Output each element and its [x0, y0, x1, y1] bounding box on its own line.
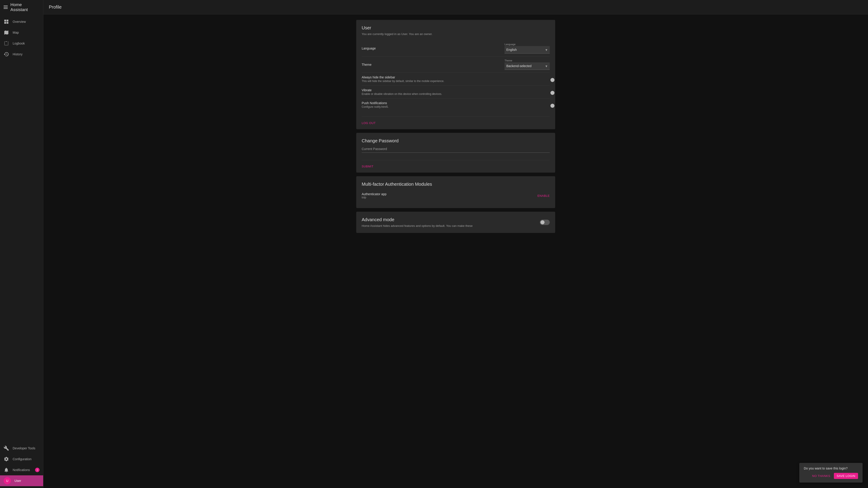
change-password-title: Change Password [362, 138, 550, 143]
topbar: Profile [43, 0, 868, 14]
notifications-icon [4, 467, 9, 473]
advanced-mode-desc: Home Assistant hides advanced features a… [362, 224, 473, 228]
theme-select[interactable]: Backend-selected [504, 62, 550, 70]
theme-select-label: Theme [504, 59, 550, 62]
sidebar-item-developer-tools-label: Developer Tools [13, 447, 35, 450]
mfa-authenticator-info: Authenticator app totp [362, 192, 537, 199]
main-content: Profile User You are currently logged in… [43, 0, 868, 488]
save-login-button[interactable]: SAVE LOGIN [834, 473, 858, 479]
push-notifications-label: Push Notifications Configure notify.html… [362, 101, 550, 108]
overview-icon [4, 19, 9, 24]
sidebar-header[interactable]: Home Assistant [0, 0, 43, 14]
theme-select-wrapper: Backend-selected ▼ [504, 62, 550, 70]
sidebar-item-notifications[interactable]: Notifications 1 [0, 464, 43, 475]
language-select[interactable]: English [504, 46, 550, 54]
change-password-actions: SUBMIT [356, 160, 555, 173]
app-title: Home Assistant [10, 2, 39, 12]
user-card: User You are currently logged in as User… [356, 20, 555, 129]
language-label: Language [362, 46, 504, 50]
language-select-label: Language [504, 43, 550, 46]
sidebar-item-user-label: User [14, 479, 21, 483]
toast-message: Do you want to save this login? [804, 466, 858, 470]
hide-sidebar-row: Always hide the sidebar This will hide t… [362, 73, 550, 86]
advanced-mode-title: Advanced mode [362, 217, 473, 222]
hide-sidebar-label: Always hide the sidebar This will hide t… [362, 75, 550, 83]
change-password-content: Change Password [356, 133, 555, 160]
user-card-content: User You are currently logged in as User… [356, 20, 555, 117]
theme-row: Theme Theme Backend-selected ▼ [362, 57, 550, 73]
sidebar-item-user[interactable]: U User [0, 475, 43, 486]
advanced-mode-slider [540, 220, 550, 225]
language-control: Language English ▼ [504, 43, 550, 54]
developer-tools-icon [4, 446, 9, 451]
user-card-title: User [362, 25, 550, 31]
sidebar-item-logbook[interactable]: Logbook [0, 38, 43, 49]
submit-button[interactable]: SUBMIT [362, 163, 373, 170]
sidebar-item-configuration-label: Configuration [13, 457, 31, 461]
sidebar-nav: Overview Map Logbook Hi [0, 14, 43, 441]
current-password-input[interactable] [362, 145, 550, 153]
sidebar: Home Assistant Overview Map [0, 0, 43, 488]
theme-label: Theme [362, 63, 504, 66]
change-password-card: Change Password SUBMIT [356, 133, 555, 173]
advanced-mode-info: Advanced mode Home Assistant hides advan… [362, 217, 473, 228]
advanced-mode-row: Advanced mode Home Assistant hides advan… [362, 217, 550, 228]
logbook-icon [4, 41, 9, 46]
advanced-mode-content: Advanced mode Home Assistant hides advan… [356, 212, 555, 233]
user-card-actions: LOG OUT [356, 117, 555, 129]
sidebar-item-notifications-label: Notifications [13, 468, 30, 472]
configuration-icon [4, 456, 9, 462]
sidebar-item-history[interactable]: History [0, 49, 43, 60]
map-icon [4, 30, 9, 35]
notifications-badge: 1 [35, 468, 39, 472]
language-row: Language Language English ▼ [362, 40, 550, 57]
toast-actions: NO THANKS SAVE LOGIN [804, 473, 858, 479]
sidebar-item-logbook-label: Logbook [13, 41, 25, 45]
mfa-card: Multi-factor Authentication Modules Auth… [356, 176, 555, 208]
advanced-mode-card: Advanced mode Home Assistant hides advan… [356, 212, 555, 233]
sidebar-item-overview[interactable]: Overview [0, 16, 43, 27]
sidebar-item-map-label: Map [13, 31, 19, 34]
history-icon [4, 52, 9, 57]
sidebar-bottom: Developer Tools Configuration Notificati… [0, 441, 43, 488]
mfa-authenticator-code: totp [362, 196, 537, 199]
save-login-toast: Do you want to save this login? NO THANK… [799, 463, 863, 483]
mfa-content: Multi-factor Authentication Modules Auth… [356, 176, 555, 208]
menu-icon[interactable] [4, 6, 8, 9]
theme-control: Theme Backend-selected ▼ [504, 59, 550, 70]
vibrate-label: Vibrate Enable or disable vibration on t… [362, 88, 550, 96]
mfa-authenticator-name: Authenticator app [362, 192, 537, 196]
user-avatar: U [4, 477, 11, 484]
mfa-authenticator-row: Authenticator app totp ENABLE [362, 189, 550, 203]
language-select-wrapper: English ▼ [504, 46, 550, 54]
user-card-subtitle: You are currently logged in as User. You… [362, 32, 550, 36]
vibrate-row: Vibrate Enable or disable vibration on t… [362, 86, 550, 98]
sidebar-item-configuration[interactable]: Configuration [0, 454, 43, 464]
mfa-title: Multi-factor Authentication Modules [362, 182, 550, 187]
mfa-enable-button[interactable]: ENABLE [537, 194, 550, 197]
page-title: Profile [49, 4, 62, 10]
no-thanks-button[interactable]: NO THANKS [810, 473, 832, 479]
logout-button[interactable]: LOG OUT [362, 120, 376, 127]
sidebar-item-developer-tools[interactable]: Developer Tools [0, 443, 43, 454]
advanced-mode-toggle[interactable] [540, 220, 550, 225]
sidebar-item-history-label: History [13, 53, 23, 56]
push-notifications-row: Push Notifications Configure notify.html… [362, 98, 550, 111]
content-area: User You are currently logged in as User… [43, 14, 868, 488]
sidebar-item-map[interactable]: Map [0, 27, 43, 38]
sidebar-item-overview-label: Overview [13, 20, 26, 24]
